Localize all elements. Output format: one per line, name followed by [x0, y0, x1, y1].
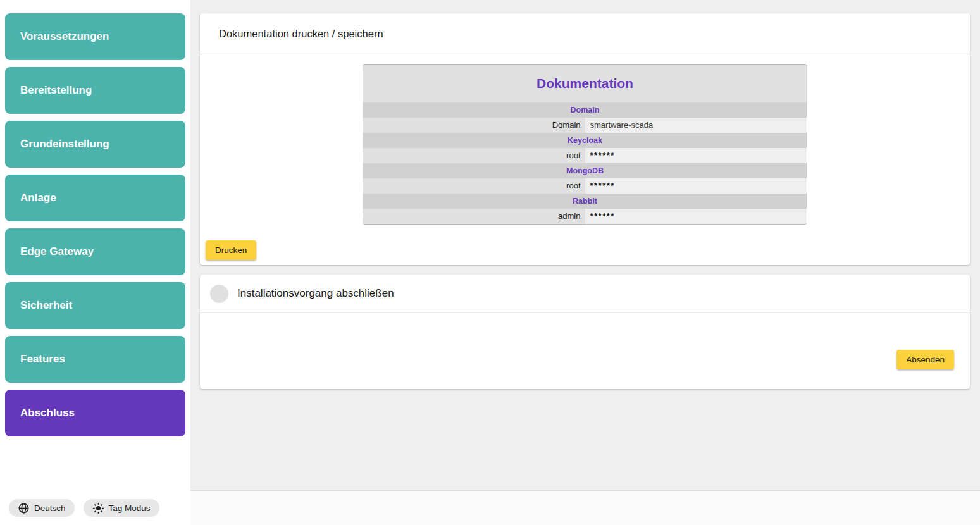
table-row-label: root: [363, 148, 585, 163]
documentation-table-body: DomainDomainsmartware-scadaKeycloakroot*…: [363, 102, 807, 224]
sidebar-item-anlage[interactable]: Anlage: [5, 175, 185, 221]
submit-button[interactable]: Absenden: [896, 350, 954, 369]
sidebar-item-sicherheit[interactable]: Sicherheit: [5, 282, 185, 329]
documentation-card-title: Dokumentation drucken / speichern: [200, 13, 970, 54]
table-row: admin******: [363, 209, 807, 224]
sidebar-item-abschluss[interactable]: Abschluss: [5, 390, 185, 436]
language-button[interactable]: Deutsch: [9, 499, 75, 517]
status-circle: [210, 285, 228, 303]
print-button[interactable]: Drucken: [206, 240, 256, 260]
documentation-table: Dokumentation DomainDomainsmartware-scad…: [363, 64, 807, 225]
language-label: Deutsch: [34, 503, 66, 513]
documentation-table-title: Dokumentation: [363, 65, 807, 102]
main-content: Dokumentation drucken / speichern Dokume…: [190, 0, 980, 525]
finish-card: Installationsvorgang abschließen Absende…: [200, 275, 970, 389]
finish-card-body: Absenden: [200, 313, 970, 389]
finish-card-title: Installationsvorgang abschließen: [237, 287, 394, 300]
globe-icon: [18, 502, 30, 514]
sidebar-item-voraussetzungen[interactable]: Voraussetzungen: [5, 13, 185, 60]
theme-toggle-label: Tag Modus: [109, 503, 151, 513]
table-row-value: ******: [585, 148, 807, 163]
documentation-table-wrap: Dokumentation DomainDomainsmartware-scad…: [200, 54, 970, 225]
sidebar-nav: VoraussetzungenBereitstellungGrundeinste…: [0, 0, 190, 436]
table-row: root******: [363, 178, 807, 194]
sidebar-item-grundeinstellung[interactable]: Grundeinstellung: [5, 121, 185, 168]
table-section-header: Domain: [363, 102, 807, 118]
sidebar-footer: Deutsch Tag Modus: [9, 499, 159, 517]
table-section-header: Keycloak: [363, 133, 807, 148]
table-row: Domainsmartware-scada: [363, 118, 807, 133]
sidebar: VoraussetzungenBereitstellungGrundeinste…: [0, 0, 190, 525]
sun-icon: [92, 502, 104, 514]
table-row-label: Domain: [363, 118, 585, 133]
sidebar-item-features[interactable]: Features: [5, 336, 185, 383]
documentation-card: Dokumentation drucken / speichern Dokume…: [200, 13, 970, 265]
table-section-header: MongoDB: [363, 163, 807, 178]
table-row: root******: [363, 148, 807, 163]
table-section-header: Rabbit: [363, 194, 807, 209]
theme-toggle-button[interactable]: Tag Modus: [84, 499, 159, 517]
table-row-value: ******: [585, 178, 807, 194]
table-row-label: root: [363, 178, 585, 194]
sidebar-item-edge-gateway[interactable]: Edge Gateway: [5, 228, 185, 275]
sidebar-item-bereitstellung[interactable]: Bereitstellung: [5, 67, 185, 114]
table-row-label: admin: [363, 209, 585, 224]
table-row-value: ******: [585, 209, 807, 224]
table-row-value: smartware-scada: [585, 118, 807, 133]
main-footer-strip: [190, 490, 980, 525]
finish-card-header: Installationsvorgang abschließen: [200, 275, 970, 313]
